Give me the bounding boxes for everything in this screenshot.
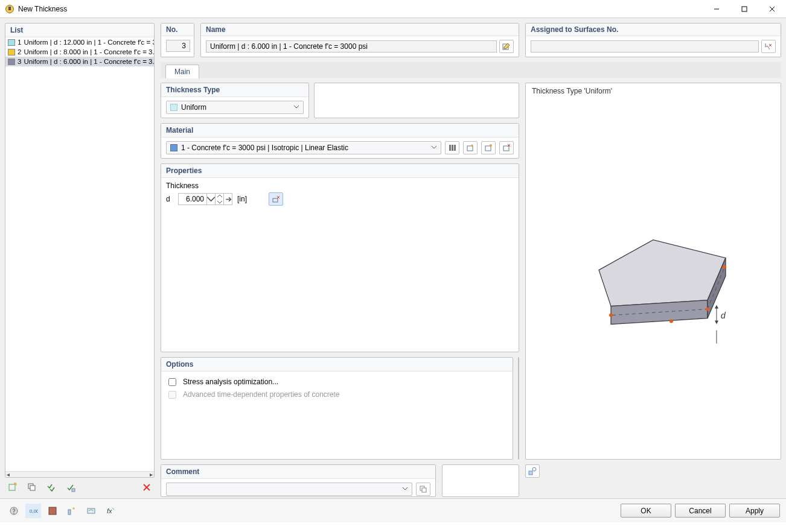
name-input[interactable] (206, 40, 497, 52)
options-section: Options Stress analysis optimization... … (161, 357, 513, 460)
check-all-icon[interactable] (43, 480, 59, 495)
horizontal-scrollbar[interactable]: ◂▸ (5, 471, 154, 477)
thickness-unit: [in] (237, 195, 247, 203)
svg-rect-19 (485, 146, 491, 151)
list-item[interactable]: 2 Uniform | d : 8.000 in | 1 - Concrete … (5, 47, 154, 57)
chevron-down-icon (402, 485, 408, 493)
svg-marker-29 (599, 239, 726, 306)
chevron-down-icon[interactable] (206, 193, 215, 205)
list-item-num: 1 (18, 39, 21, 46)
view-icon[interactable] (83, 504, 99, 518)
minimize-button[interactable] (703, 0, 730, 18)
material-select[interactable]: 1 - Concrete f'c = 3000 psi | Isotropic … (166, 141, 441, 154)
thickness-pick-icon[interactable] (269, 192, 283, 206)
assigned-group: Assigned to Surfaces No. (525, 23, 781, 57)
tab-bar: Main (161, 62, 781, 78)
align-icon[interactable] (64, 504, 80, 518)
thickness-type-value: Uniform (181, 103, 206, 112)
svg-rect-18 (467, 146, 473, 151)
svg-point-36 (669, 319, 673, 323)
main-area: No. Name Assigned to Surfaces No. (161, 23, 781, 497)
svg-rect-3 (742, 7, 747, 11)
material-delete-icon[interactable] (499, 141, 514, 154)
thickness-type-swatch (170, 104, 177, 111)
svg-rect-47 (49, 507, 56, 515)
svg-rect-1 (8, 7, 11, 10)
list-item-num: 2 (18, 48, 21, 55)
svg-marker-40 (715, 320, 718, 324)
edit-name-icon[interactable] (499, 40, 514, 53)
function-icon[interactable]: fx (103, 504, 118, 518)
apply-button[interactable]: Apply (729, 504, 780, 518)
comment-input[interactable] (166, 483, 412, 496)
svg-rect-16 (452, 145, 453, 151)
svg-rect-48 (68, 510, 71, 515)
thickness-list[interactable]: 1 Uniform | d : 12.000 in | 1 - Concrete… (5, 37, 154, 471)
material-library-icon[interactable] (445, 141, 459, 154)
color-swatch (8, 39, 15, 46)
pick-surface-icon[interactable] (761, 40, 776, 53)
preview-graphic: d (563, 215, 744, 348)
comment-section: Comment (161, 464, 436, 497)
checkbox[interactable] (168, 378, 176, 386)
spin-down-icon[interactable] (215, 199, 223, 205)
comment-pick-icon[interactable] (416, 483, 430, 496)
maximize-button[interactable] (730, 0, 758, 18)
svg-rect-28 (422, 488, 426, 492)
svg-point-34 (609, 313, 613, 317)
assigned-input[interactable] (531, 40, 759, 52)
material-value: 1 - Concrete f'c = 3000 psi | Isotropic … (181, 144, 348, 152)
list-item-label: Uniform | d : 12.000 in | 1 - Concrete f… (24, 39, 154, 46)
list-item[interactable]: 3 Uniform | d : 6.000 in | 1 - Concrete … (5, 57, 154, 66)
material-section: Material 1 - Concrete f'c = 3000 psi | I… (161, 123, 519, 159)
list-item-label: Uniform | d : 6.000 in | 1 - Concrete f'… (24, 58, 154, 65)
chevron-down-icon (293, 103, 299, 112)
options-label: Options (161, 358, 513, 372)
svg-rect-42 (529, 471, 532, 475)
option-advanced-concrete: Advanced time-dependent properties of co… (166, 390, 508, 401)
header-fields: No. Name Assigned to Surfaces No. (161, 23, 781, 57)
help-icon[interactable] (6, 504, 22, 518)
svg-point-45 (13, 513, 14, 514)
new-item-icon[interactable] (5, 480, 21, 495)
window-title: New Thickness (18, 5, 703, 13)
cancel-button[interactable]: Cancel (675, 504, 726, 518)
checkbox (168, 391, 176, 399)
content-row: Thickness Type Uniform (161, 83, 781, 497)
tab-main[interactable]: Main (165, 65, 199, 78)
list-header: List (5, 24, 154, 37)
preview-dim-label: d (721, 310, 726, 320)
spin-up-icon[interactable] (215, 193, 223, 199)
list-toolbar (5, 478, 155, 497)
svg-rect-9 (72, 489, 75, 492)
delete-item-icon[interactable] (139, 480, 155, 495)
preview-settings-icon[interactable] (525, 464, 540, 478)
svg-point-20 (490, 144, 492, 147)
close-button[interactable] (758, 0, 786, 18)
option-stress-analysis[interactable]: Stress analysis optimization... (166, 378, 508, 388)
material-new-icon[interactable] (463, 141, 478, 154)
svg-rect-49 (88, 508, 95, 513)
left-panel: List 1 Uniform | d : 12.000 in | 1 - Con… (5, 23, 155, 497)
list-item-label: Uniform | d : 8.000 in | 1 - Concrete f'… (24, 48, 154, 55)
material-swatch (170, 144, 177, 151)
thickness-symbol: d (166, 195, 173, 203)
app-icon (5, 4, 14, 14)
material-edit-icon[interactable] (481, 141, 496, 154)
svg-rect-21 (503, 146, 509, 151)
ok-button[interactable]: OK (621, 504, 671, 518)
color-icon[interactable] (45, 504, 60, 518)
spin-step-icon[interactable] (223, 193, 232, 205)
check-filter-icon[interactable] (63, 480, 78, 495)
preview-title: Thickness Type 'Uniform' (532, 87, 775, 95)
preview-box: Thickness Type 'Uniform' (525, 83, 781, 460)
no-label: No. (161, 24, 194, 36)
list-item[interactable]: 1 Uniform | d : 12.000 in | 1 - Concrete… (5, 37, 154, 47)
bottom-bar: 0,00 fx OK Cancel Apply (0, 498, 786, 522)
thickness-type-select[interactable]: Uniform (166, 101, 304, 114)
thickness-value-input[interactable]: 6.000 (178, 193, 232, 205)
svg-rect-24 (273, 198, 278, 202)
units-icon[interactable]: 0,00 (25, 504, 41, 518)
no-input[interactable] (166, 40, 190, 52)
copy-item-icon[interactable] (24, 480, 40, 495)
